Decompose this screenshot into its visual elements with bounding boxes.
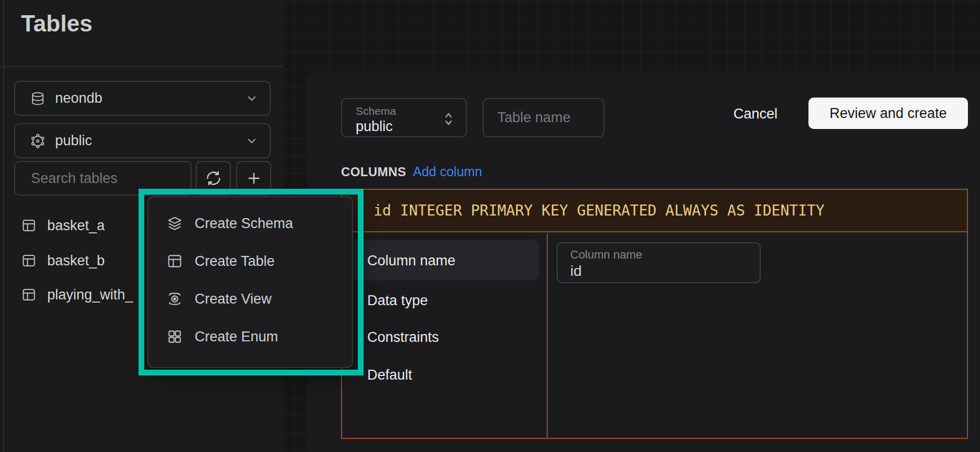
database-icon	[30, 90, 46, 107]
table-name: playing_with_	[47, 287, 133, 303]
database-select[interactable]: neondb	[14, 81, 271, 116]
table-name: basket_a	[47, 218, 105, 234]
columns-section-header: COLUMNS	[341, 165, 406, 179]
tab-data-type[interactable]: Data type	[367, 293, 428, 309]
plus-icon	[246, 170, 262, 187]
layers-icon	[166, 215, 183, 232]
table-name-field	[483, 98, 604, 137]
table-name-input[interactable]	[484, 99, 603, 136]
refresh-tables-button[interactable]	[196, 161, 231, 196]
sidebar-edge-line	[3, 0, 4, 452]
column-name-field[interactable]: Column name id	[557, 242, 761, 283]
table-row-playing-with[interactable]: playing_with_	[21, 285, 141, 305]
schema-select-label: Schema	[356, 105, 396, 117]
menu-item-create-view[interactable]: Create View	[148, 280, 352, 318]
tab-constraints[interactable]: Constraints	[367, 329, 439, 346]
table-icon	[21, 253, 37, 268]
menu-item-create-enum[interactable]: Create Enum	[148, 318, 352, 356]
create-object-button[interactable]	[236, 161, 271, 196]
table-icon	[166, 253, 183, 270]
schema-icon	[30, 133, 46, 149]
search-tables-input[interactable]	[15, 162, 190, 195]
sidebar-divider	[0, 66, 284, 67]
table-icon	[21, 218, 37, 233]
column-sql-bar[interactable]: id INTEGER PRIMARY KEY GENERATED ALWAYS …	[342, 190, 967, 232]
menu-item-create-schema[interactable]: Create Schema	[148, 205, 352, 242]
schema-sidebar-select-value: public	[55, 133, 92, 149]
database-select-value: neondb	[55, 90, 102, 106]
table-name: basket_b	[47, 253, 105, 269]
sidebar-title: Tables	[21, 10, 92, 37]
menu-item-label: Create View	[195, 291, 272, 307]
schema-select[interactable]: Schema public	[341, 98, 467, 137]
add-column-link[interactable]: Add column	[413, 164, 482, 179]
create-menu: Create Schema Create Table Create View	[147, 196, 353, 368]
tab-column-name[interactable]: Column name	[367, 253, 455, 269]
table-icon	[21, 287, 37, 303]
menu-item-label: Create Schema	[195, 216, 293, 232]
menu-item-label: Create Enum	[195, 329, 278, 345]
enum-grid-icon	[166, 328, 183, 345]
column-name-field-value: id	[570, 263, 582, 279]
search-tables-box	[14, 161, 191, 196]
menu-item-create-table[interactable]: Create Table	[148, 242, 352, 280]
column-editor-divider	[547, 233, 548, 438]
chevron-down-icon	[246, 135, 258, 147]
review-and-create-label: Review and create	[829, 105, 947, 122]
cancel-button[interactable]: Cancel	[733, 106, 777, 122]
select-updown-icon	[442, 111, 455, 127]
tab-default[interactable]: Default	[367, 367, 412, 383]
menu-item-label: Create Table	[195, 253, 275, 270]
schema-sidebar-select[interactable]: public	[14, 123, 271, 158]
column-editor: id INTEGER PRIMARY KEY GENERATED ALWAYS …	[341, 189, 968, 439]
column-name-field-label: Column name	[570, 248, 642, 262]
chevron-down-icon	[246, 92, 258, 105]
review-and-create-button[interactable]: Review and create	[808, 98, 968, 129]
column-sql-text: id INTEGER PRIMARY KEY GENERATED ALWAYS …	[374, 202, 825, 219]
app-root: Schema public Cancel Review and create C…	[0, 0, 980, 452]
view-icon	[166, 290, 183, 307]
refresh-icon	[205, 170, 222, 187]
schema-select-value: public	[356, 119, 393, 135]
